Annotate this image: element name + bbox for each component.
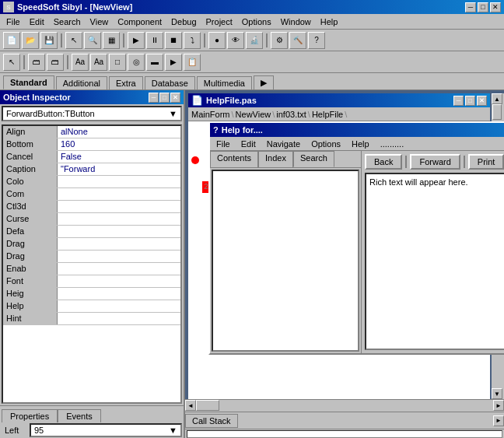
help-content-list[interactable] [212,170,359,352]
tab-more[interactable]: ▶ [254,75,274,89]
inspector-close-btn[interactable]: ✕ [170,93,180,103]
cursor-button[interactable]: ↖ [65,32,82,49]
comp-btn-5[interactable]: Aa [90,54,107,71]
new-button[interactable]: 📄 [3,32,20,49]
prop-value-enabled[interactable] [58,263,180,275]
pause-button[interactable]: ⏸ [146,32,163,49]
comp-btn-9[interactable]: ▶ [165,54,182,71]
prop-name-height: Heig [3,288,58,300]
prop-value-com[interactable] [58,188,180,200]
close-button[interactable]: ✕ [490,2,501,12]
tab-properties[interactable]: Properties [2,409,58,422]
help-print-btn[interactable]: Print [468,154,504,170]
open-button[interactable]: 📂 [22,32,39,49]
left-field-arrow[interactable]: ▼ [169,426,177,435]
compile-button[interactable]: ⚙ [271,32,288,49]
prop-value-align[interactable]: alNone [58,126,180,138]
dropdown-arrow-icon[interactable]: ▼ [169,109,177,118]
help-menu-help[interactable]: Help [347,138,374,149]
help-menu-edit[interactable]: Edit [236,138,261,149]
prop-value-default[interactable] [58,226,180,237]
scroll-thumb-h[interactable] [196,400,219,411]
comp-btn-7[interactable]: ◎ [128,54,145,71]
call-stack-scroll-right[interactable]: ► [493,415,504,426]
watch-button[interactable]: 👁 [227,32,244,49]
breadcrumb-mainform[interactable]: MainForm [191,110,230,119]
prop-value-cursor[interactable] [58,213,180,225]
menu-project[interactable]: Project [201,16,237,28]
inspector-maximize-btn[interactable]: □ [159,93,170,103]
minimize-button[interactable]: ─ [465,2,476,12]
help-menu-file[interactable]: File [212,138,235,149]
menu-search[interactable]: Search [49,16,86,28]
scroll-down-btn[interactable]: ▼ [492,388,502,399]
left-field-label: Left [2,425,30,436]
menu-view[interactable]: View [86,16,114,28]
tab-multimedia[interactable]: Multimedia [197,76,252,89]
tab-contents[interactable]: Contents [210,151,258,167]
comp-btn-8[interactable]: ▬ [146,54,163,71]
save-button[interactable]: 💾 [40,32,58,49]
maximize-button[interactable]: □ [478,2,488,12]
tab-database[interactable]: Database [145,76,195,89]
help-menu-navigate[interactable]: Navigate [262,138,305,149]
breadcrumb-helpfile[interactable]: HelpFile [312,110,343,119]
prop-value-help[interactable] [58,300,180,312]
breadcrumb-inf03[interactable]: inf03.txt [276,110,306,119]
help2-button[interactable]: ? [308,32,325,49]
help-forward-btn[interactable]: Forward [410,154,460,170]
scroll-left-btn[interactable]: ◄ [185,400,196,411]
prop-value-bottom[interactable]: 160 [58,138,180,150]
inspect-button[interactable]: 🔬 [246,32,263,49]
prop-value-height[interactable] [58,288,180,300]
editor-close-btn[interactable]: ✕ [477,96,487,106]
build-button[interactable]: 🔨 [289,32,306,49]
prop-value-ctl3d[interactable] [58,201,180,212]
scroll-thumb-v[interactable] [492,104,502,120]
prop-value-drag2[interactable] [58,251,180,262]
select-button[interactable]: ▦ [103,32,120,49]
help-menu-options[interactable]: Options [306,138,345,149]
call-stack-label[interactable]: Call Stack [185,414,238,428]
menu-window[interactable]: Window [276,16,316,28]
comp-btn-4[interactable]: Aa [72,54,89,71]
inspector-minimize-btn[interactable]: ─ [149,93,159,103]
menu-options[interactable]: Options [237,16,276,28]
comp-btn-1[interactable]: ↖ [3,54,20,71]
prop-value-cancel[interactable]: False [58,151,180,163]
breakpoint-button[interactable]: ● [208,32,226,49]
left-field-input[interactable]: 95 ▼ [30,423,182,437]
tab-search[interactable]: Search [293,151,334,167]
comp-btn-2[interactable]: 🗃 [28,54,45,71]
tab-index[interactable]: Index [258,151,293,167]
help-back-btn[interactable]: Back [365,154,402,170]
menu-component[interactable]: Component [113,16,166,28]
run-button[interactable]: ▶ [128,32,145,49]
search-button[interactable]: 🔍 [84,32,101,49]
comp-btn-6[interactable]: □ [109,54,126,71]
menu-help[interactable]: Help [316,16,343,28]
scroll-right-btn[interactable]: ► [493,400,504,411]
comp-btn-3[interactable]: 🗃 [47,54,64,71]
stop-button[interactable]: ⏹ [165,32,182,49]
menu-edit[interactable]: Edit [25,16,49,28]
prop-value-color[interactable] [58,176,180,187]
menu-file[interactable]: File [2,16,25,28]
object-dropdown[interactable]: ForwardButton:TButton ▼ [2,106,182,121]
tab-standard[interactable]: Standard [3,75,54,89]
prop-value-font[interactable] [58,275,180,287]
breadcrumb-newview[interactable]: NewView [236,110,271,119]
editor-maximize-btn[interactable]: □ [465,96,475,106]
tab-events[interactable]: Events [58,409,101,422]
step-button[interactable]: ⤵ [184,32,201,49]
prop-value-drag1[interactable] [58,238,180,250]
prop-value-caption[interactable]: "Forward [58,163,180,175]
scroll-up-btn[interactable]: ▲ [492,93,502,104]
comp-btn-10[interactable]: 📋 [184,54,201,71]
menu-debug[interactable]: Debug [166,16,201,28]
tab-additional[interactable]: Additional [56,76,107,89]
tab-extra[interactable]: Extra [109,76,143,89]
app-icon[interactable]: S [3,2,14,12]
prop-value-hint[interactable] [58,313,180,324]
editor-minimize-btn[interactable]: ─ [453,96,464,106]
